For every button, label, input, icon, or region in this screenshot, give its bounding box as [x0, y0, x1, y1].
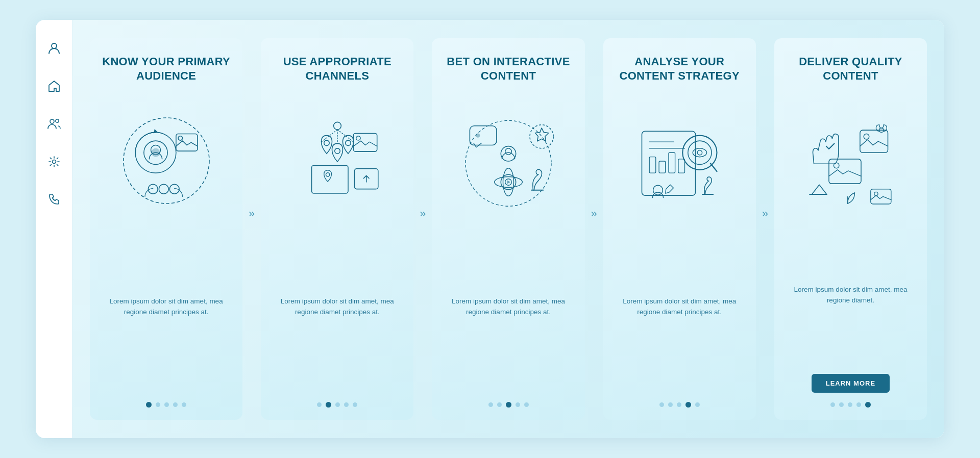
dot-2[interactable] — [156, 402, 160, 407]
svg-rect-43 — [659, 161, 666, 173]
dot-1[interactable] — [659, 402, 664, 407]
dot-5[interactable] — [524, 402, 529, 407]
dot-5[interactable] — [865, 402, 871, 408]
phone-icon[interactable] — [45, 190, 63, 209]
svg-point-3 — [52, 160, 56, 164]
people-icon[interactable] — [45, 115, 63, 133]
dot-4[interactable] — [685, 402, 691, 408]
settings-icon[interactable] — [45, 152, 63, 171]
dot-4[interactable] — [344, 402, 349, 407]
svg-point-1 — [50, 119, 54, 123]
dot-5[interactable] — [695, 402, 700, 407]
card-3-illustration — [455, 110, 562, 212]
dot-4[interactable] — [856, 402, 861, 407]
learn-more-button[interactable]: LEARN MORE — [812, 374, 890, 393]
card-5-dots — [830, 402, 871, 408]
dot-1[interactable] — [830, 402, 835, 407]
svg-point-2 — [55, 119, 58, 122]
main-container: KNOW YOUR PRIMARY AUDIENCE — [36, 20, 944, 438]
dot-2[interactable] — [668, 402, 673, 407]
svg-rect-53 — [860, 130, 888, 152]
svg-point-29 — [476, 133, 480, 137]
dot-1[interactable] — [317, 402, 322, 407]
card-4-dots — [659, 402, 700, 408]
svg-line-50 — [710, 163, 717, 171]
dot-2[interactable] — [839, 402, 844, 407]
card-interactive-content: BET ON INTERACTIVE CONTENT — [432, 38, 584, 420]
card-5-body: Lorem ipsum dolor sit dim amet, mea regi… — [786, 221, 916, 370]
chevron-3: » — [588, 207, 600, 220]
card-1-title: KNOW YOUR PRIMARY AUDIENCE — [101, 55, 231, 100]
card-5-title: DELIVER QUALITY CONTENT — [786, 55, 916, 100]
card-3-dots — [488, 402, 529, 408]
svg-point-26 — [356, 136, 360, 140]
svg-rect-55 — [829, 159, 861, 184]
card-4-title: ANALYSE YOUR CONTENT STRATEGY — [615, 55, 745, 100]
card-2-body: Lorem ipsum dolor sit dim amet, mea regi… — [272, 221, 402, 393]
svg-point-47 — [688, 141, 712, 164]
dot-3[interactable] — [335, 402, 340, 407]
dot-5[interactable] — [353, 402, 357, 407]
cards-area: KNOW YOUR PRIMARY AUDIENCE — [72, 20, 944, 438]
card-know-audience: KNOW YOUR PRIMARY AUDIENCE — [90, 38, 242, 420]
svg-point-27 — [465, 120, 551, 206]
svg-rect-58 — [871, 189, 891, 204]
svg-point-10 — [178, 136, 182, 140]
chevron-4: » — [759, 207, 771, 220]
dot-3[interactable] — [506, 402, 511, 408]
home-icon[interactable] — [45, 77, 63, 95]
card-use-channels: USE APPROPRIATE CHANNELS — [261, 38, 413, 420]
svg-point-56 — [834, 163, 840, 168]
svg-point-20 — [335, 148, 340, 154]
card-2-illustration — [284, 110, 391, 212]
dot-4[interactable] — [516, 402, 520, 407]
svg-point-13 — [159, 184, 168, 194]
dot-3[interactable] — [848, 402, 852, 407]
dot-1[interactable] — [146, 402, 152, 408]
svg-rect-44 — [669, 152, 675, 173]
svg-point-54 — [864, 134, 870, 140]
dot-2[interactable] — [326, 402, 331, 408]
sidebar — [36, 20, 72, 438]
user-icon[interactable] — [45, 39, 63, 58]
card-4-body: Lorem ipsum dolor sit dim amet, mea regi… — [615, 221, 745, 393]
svg-point-15 — [333, 122, 341, 130]
dot-3[interactable] — [164, 402, 169, 407]
dot-1[interactable] — [488, 402, 493, 407]
card-3-body: Lorem ipsum dolor sit dim amet, mea regi… — [443, 221, 573, 393]
svg-point-19 — [324, 140, 330, 146]
card-2-dots — [317, 402, 357, 408]
svg-point-4 — [124, 118, 209, 203]
svg-point-49 — [697, 150, 702, 155]
chevron-2: » — [416, 207, 429, 220]
dot-4[interactable] — [173, 402, 178, 407]
card-2-title: USE APPROPRIATE CHANNELS — [272, 55, 402, 100]
svg-rect-45 — [678, 159, 685, 173]
svg-point-32 — [505, 148, 512, 155]
card-1-illustration — [113, 110, 220, 212]
dot-2[interactable] — [497, 402, 502, 407]
card-analyse-strategy: ANALYSE YOUR CONTENT STRATEGY — [603, 38, 756, 420]
chevron-1: » — [246, 207, 258, 220]
svg-point-0 — [52, 43, 57, 48]
card-1-body: Lorem ipsum dolor sit dim amet, mea regi… — [101, 221, 231, 393]
dot-3[interactable] — [677, 402, 681, 407]
svg-marker-37 — [507, 181, 510, 184]
svg-point-21 — [346, 140, 351, 146]
card-1-dots — [146, 402, 186, 408]
svg-point-23 — [326, 173, 329, 176]
card-5-illustration — [797, 110, 904, 212]
dot-5[interactable] — [182, 402, 186, 407]
card-deliver-content: DELIVER QUALITY CONTENT — [774, 38, 927, 420]
svg-point-48 — [693, 148, 706, 157]
card-3-title: BET ON INTERACTIVE CONTENT — [443, 55, 573, 100]
svg-rect-42 — [649, 157, 656, 173]
card-4-illustration — [626, 110, 733, 212]
